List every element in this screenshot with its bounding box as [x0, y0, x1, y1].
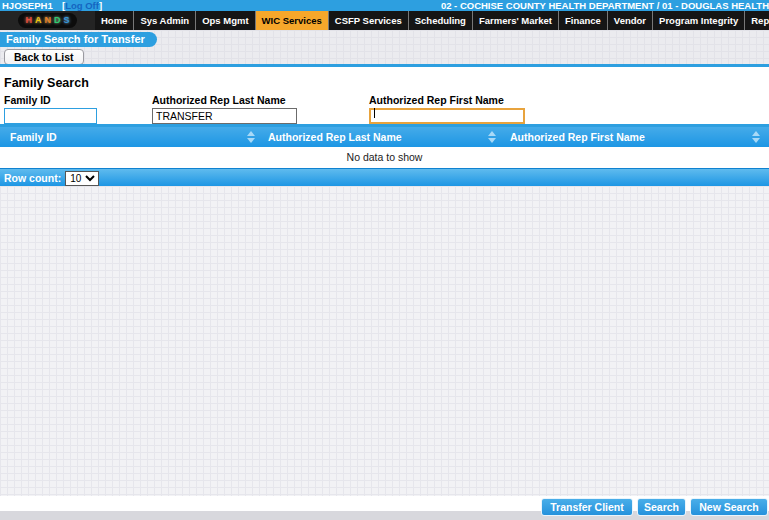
logo-letter: S	[63, 14, 69, 27]
column-header-family-id[interactable]: Family ID	[0, 127, 258, 147]
section-heading: Family Search	[4, 76, 89, 90]
menu-item-wic-services[interactable]: WIC Services	[256, 11, 329, 30]
log-off-link[interactable]: Log Off	[65, 0, 99, 11]
family-id-label: Family ID	[4, 94, 97, 106]
menu-item-sys-admin[interactable]: Sys Admin	[134, 11, 196, 30]
menu-item-vendor[interactable]: Vendor	[608, 11, 653, 30]
menu-item-scheduling[interactable]: Scheduling	[409, 11, 473, 30]
auth-rep-last-name-label: Authorized Rep Last Name	[152, 94, 297, 106]
empty-workspace	[0, 186, 769, 496]
grid-footer: Row count:10	[0, 168, 769, 186]
family-search-section: Family Search Family ID Authorized Rep L…	[0, 67, 769, 124]
no-data-row: No data to show	[0, 147, 769, 168]
menu-item-reports[interactable]: Reports	[745, 11, 769, 30]
hands-logo-icon: H A N D S	[0, 11, 95, 30]
page-title: Family Search for Transfer	[0, 32, 157, 47]
menu-item-finance[interactable]: Finance	[559, 11, 608, 30]
top-bar: HJOSEPH1 [Log Off] 02 - COCHISE COUNTY H…	[0, 0, 769, 11]
main-menu: Home Sys Admin Ops Mgmt WIC Services CSF…	[95, 11, 769, 30]
row-count-select[interactable]: 10	[65, 171, 99, 186]
auth-rep-first-name-field-group: Authorized Rep First Name	[369, 94, 525, 124]
family-id-input[interactable]	[4, 108, 97, 124]
auth-rep-first-name-input[interactable]	[369, 108, 525, 124]
family-id-field-group: Family ID	[4, 94, 97, 124]
page-header-strip: Family Search for Transfer Back to List	[0, 30, 769, 64]
auth-rep-last-name-input[interactable]	[152, 108, 297, 124]
organization-title: 02 - COCHISE COUNTY HEALTH DEPARTMENT / …	[441, 0, 769, 11]
back-to-list-button[interactable]: Back to List	[4, 49, 84, 65]
menu-item-home[interactable]: Home	[95, 11, 134, 30]
menu-item-csfp-services[interactable]: CSFP Services	[329, 11, 409, 30]
auth-rep-last-name-field-group: Authorized Rep Last Name	[152, 94, 297, 124]
logoff-wrap: [Log Off]	[62, 0, 102, 11]
search-button[interactable]: Search	[637, 498, 686, 516]
username: HJOSEPH1	[2, 0, 53, 11]
logo-letter: D	[54, 14, 61, 27]
column-header-auth-rep-first-name[interactable]: Authorized Rep First Name	[500, 127, 769, 147]
results-grid-header: Family ID Authorized Rep Last Name Autho…	[0, 127, 769, 147]
column-header-auth-rep-last-name[interactable]: Authorized Rep Last Name	[258, 127, 500, 147]
sort-icon[interactable]	[752, 131, 764, 143]
row-count-label: Row count:	[4, 172, 61, 184]
new-search-button[interactable]: New Search	[690, 498, 768, 516]
auth-rep-first-name-label: Authorized Rep First Name	[369, 94, 525, 106]
transfer-client-button[interactable]: Transfer Client	[541, 498, 633, 516]
logo-letter: N	[44, 14, 51, 27]
text-caret	[374, 108, 375, 118]
menu-item-ops-mgmt[interactable]: Ops Mgmt	[196, 11, 255, 30]
logo-letter: H	[25, 14, 32, 27]
logoff-bracket-close: ]	[99, 0, 102, 11]
menu-item-farmers-market[interactable]: Farmers' Market	[473, 11, 559, 30]
menu-item-program-integrity[interactable]: Program Integrity	[653, 11, 745, 30]
main-menu-bar: H A N D S Home Sys Admin Ops Mgmt WIC Se…	[0, 11, 769, 30]
logo-letter: A	[35, 14, 42, 27]
app-window: HJOSEPH1 [Log Off] 02 - COCHISE COUNTY H…	[0, 0, 769, 520]
